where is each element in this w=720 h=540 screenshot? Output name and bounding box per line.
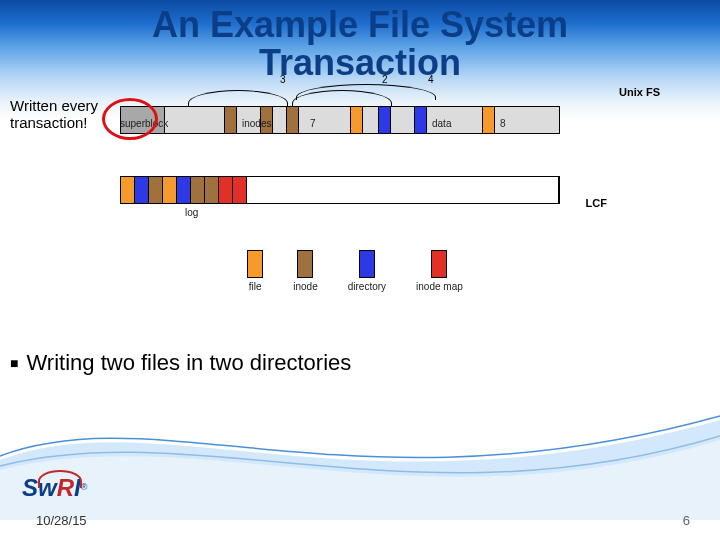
title-line-2: Transaction: [0, 44, 720, 82]
unixfs-label: Unix FS: [619, 86, 660, 98]
callout-annotation: Written every transaction!: [10, 98, 98, 131]
section-data: data: [432, 118, 451, 129]
wave-decoration: [0, 370, 720, 520]
footer-page-number: 6: [683, 513, 690, 528]
title-line-1: An Example File System: [0, 6, 720, 44]
legend: file inode directory inode map: [120, 250, 590, 292]
log-label: log: [185, 207, 198, 218]
arc-label-7: 7: [310, 118, 316, 129]
legend-inode-map: inode map: [416, 250, 463, 292]
legend-inode: inode: [293, 250, 317, 292]
slide-title: An Example File System Transaction: [0, 6, 720, 82]
arc-label-4: 4: [428, 74, 434, 85]
annotation-line-1: Written every: [10, 98, 98, 115]
unixfs-bar: [120, 106, 560, 134]
highlight-circle: [102, 98, 158, 140]
annotation-line-2: transaction!: [10, 115, 98, 132]
section-inodes: inodes: [242, 118, 271, 129]
swri-logo: SwRI®: [22, 474, 87, 502]
filesystem-diagram: 3 2 4 Unix FS superblock inodes 7 data 8…: [120, 88, 590, 292]
log-bar: LCF log: [120, 176, 560, 204]
legend-file: file: [247, 250, 263, 292]
arc-label-8: 8: [500, 118, 506, 129]
arc-label-2: 2: [382, 74, 388, 85]
lcf-label: LCF: [586, 197, 607, 209]
arc-label-3: 3: [280, 74, 286, 85]
footer-date: 10/28/15: [36, 513, 87, 528]
legend-directory: directory: [348, 250, 386, 292]
